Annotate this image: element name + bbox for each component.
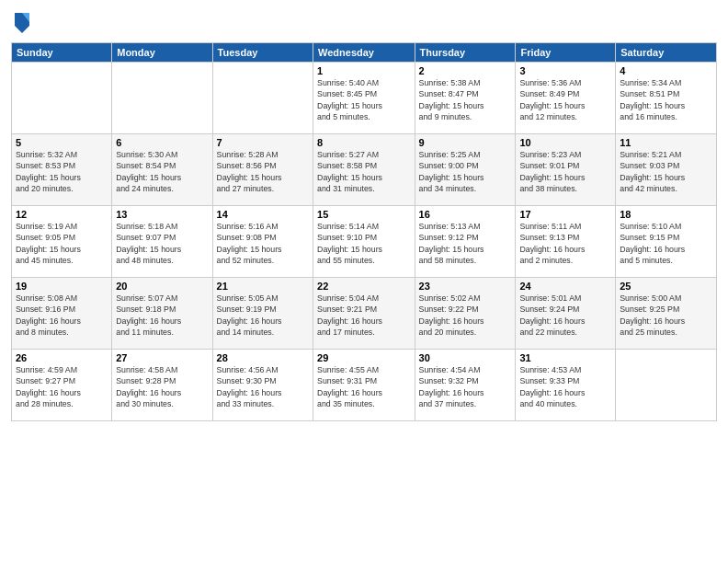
day-info: Sunrise: 4:56 AM Sunset: 9:30 PM Dayligh… [217,364,309,409]
day-info: Sunrise: 5:23 AM Sunset: 9:01 PM Dayligh… [519,149,611,194]
day-info: Sunrise: 4:59 AM Sunset: 9:27 PM Dayligh… [16,364,108,409]
day-info: Sunrise: 5:34 AM Sunset: 8:51 PM Dayligh… [620,77,712,122]
calendar-cell: 19Sunrise: 5:08 AM Sunset: 9:16 PM Dayli… [12,278,112,350]
calendar-cell: 31Sunrise: 4:53 AM Sunset: 9:33 PM Dayli… [516,350,616,421]
day-info: Sunrise: 5:19 AM Sunset: 9:05 PM Dayligh… [16,221,108,266]
calendar-cell: 27Sunrise: 4:58 AM Sunset: 9:28 PM Dayli… [112,350,212,421]
page-container: SundayMondayTuesdayWednesdayThursdayFrid… [0,0,728,563]
day-info: Sunrise: 4:53 AM Sunset: 9:33 PM Dayligh… [519,364,611,409]
day-number: 9 [419,137,512,148]
calendar-cell: 25Sunrise: 5:00 AM Sunset: 9:25 PM Dayli… [616,278,717,350]
weekday-header-wednesday: Wednesday [313,43,415,63]
day-info: Sunrise: 5:25 AM Sunset: 9:00 PM Dayligh… [419,149,512,194]
weekday-header-tuesday: Tuesday [212,43,313,63]
calendar-cell: 30Sunrise: 4:54 AM Sunset: 9:32 PM Dayli… [415,350,516,421]
calendar-cell: 28Sunrise: 4:56 AM Sunset: 9:30 PM Dayli… [212,350,313,421]
calendar-cell: 16Sunrise: 5:13 AM Sunset: 9:12 PM Dayli… [415,206,516,278]
day-number: 18 [620,209,712,220]
day-number: 12 [16,209,108,220]
weekday-header-saturday: Saturday [616,43,717,63]
calendar-week-row: 26Sunrise: 4:59 AM Sunset: 9:27 PM Dayli… [12,350,717,421]
calendar-cell: 12Sunrise: 5:19 AM Sunset: 9:05 PM Dayli… [12,206,112,278]
day-number: 26 [16,352,108,363]
calendar-cell: 18Sunrise: 5:10 AM Sunset: 9:15 PM Dayli… [616,206,717,278]
day-info: Sunrise: 5:27 AM Sunset: 8:58 PM Dayligh… [317,149,411,194]
weekday-header-sunday: Sunday [12,43,112,63]
day-info: Sunrise: 5:00 AM Sunset: 9:25 PM Dayligh… [620,293,712,338]
day-info: Sunrise: 5:02 AM Sunset: 9:22 PM Dayligh… [419,293,512,338]
day-number: 6 [116,137,208,148]
day-number: 28 [217,352,309,363]
weekday-header-friday: Friday [516,43,616,63]
day-info: Sunrise: 5:14 AM Sunset: 9:10 PM Dayligh… [317,221,411,266]
day-number: 17 [519,209,611,220]
day-info: Sunrise: 4:55 AM Sunset: 9:31 PM Dayligh… [317,364,411,409]
calendar-week-row: 12Sunrise: 5:19 AM Sunset: 9:05 PM Dayli… [12,206,717,278]
day-number: 10 [519,137,611,148]
day-info: Sunrise: 5:04 AM Sunset: 9:21 PM Dayligh… [317,293,411,338]
day-info: Sunrise: 5:18 AM Sunset: 9:07 PM Dayligh… [116,221,208,266]
day-number: 4 [620,65,712,76]
day-info: Sunrise: 5:38 AM Sunset: 8:47 PM Dayligh… [419,77,512,122]
day-number: 15 [317,209,411,220]
calendar-week-row: 5Sunrise: 5:32 AM Sunset: 8:53 PM Daylig… [12,134,717,206]
calendar-cell: 23Sunrise: 5:02 AM Sunset: 9:22 PM Dayli… [415,278,516,350]
calendar-cell: 22Sunrise: 5:04 AM Sunset: 9:21 PM Dayli… [313,278,415,350]
day-info: Sunrise: 4:58 AM Sunset: 9:28 PM Dayligh… [116,364,208,409]
weekday-header-thursday: Thursday [415,43,516,63]
day-number: 19 [16,281,108,292]
calendar-cell: 2Sunrise: 5:38 AM Sunset: 8:47 PM Daylig… [415,63,516,134]
day-number: 23 [419,281,512,292]
calendar-cell: 14Sunrise: 5:16 AM Sunset: 9:08 PM Dayli… [212,206,313,278]
day-info: Sunrise: 5:10 AM Sunset: 9:15 PM Dayligh… [620,221,712,266]
calendar-cell [212,63,313,134]
day-info: Sunrise: 5:32 AM Sunset: 8:53 PM Dayligh… [16,149,108,194]
calendar-cell: 17Sunrise: 5:11 AM Sunset: 9:13 PM Dayli… [516,206,616,278]
day-number: 20 [116,281,208,292]
header [11,9,717,35]
calendar-cell: 21Sunrise: 5:05 AM Sunset: 9:19 PM Dayli… [212,278,313,350]
calendar-cell: 11Sunrise: 5:21 AM Sunset: 9:03 PM Dayli… [616,134,717,206]
day-info: Sunrise: 4:54 AM Sunset: 9:32 PM Dayligh… [419,364,512,409]
calendar-cell: 1Sunrise: 5:40 AM Sunset: 8:45 PM Daylig… [313,63,415,134]
day-number: 3 [519,65,611,76]
calendar-cell: 20Sunrise: 5:07 AM Sunset: 9:18 PM Dayli… [112,278,212,350]
day-number: 21 [217,281,309,292]
day-number: 11 [620,137,712,148]
day-info: Sunrise: 5:21 AM Sunset: 9:03 PM Dayligh… [620,149,712,194]
day-number: 30 [419,352,512,363]
day-info: Sunrise: 5:11 AM Sunset: 9:13 PM Dayligh… [519,221,611,266]
calendar-cell: 4Sunrise: 5:34 AM Sunset: 8:51 PM Daylig… [616,63,717,134]
day-info: Sunrise: 5:07 AM Sunset: 9:18 PM Dayligh… [116,293,208,338]
day-info: Sunrise: 5:01 AM Sunset: 9:24 PM Dayligh… [519,293,611,338]
day-number: 7 [217,137,309,148]
day-info: Sunrise: 5:36 AM Sunset: 8:49 PM Dayligh… [519,77,611,122]
calendar-cell: 26Sunrise: 4:59 AM Sunset: 9:27 PM Dayli… [12,350,112,421]
day-info: Sunrise: 5:08 AM Sunset: 9:16 PM Dayligh… [16,293,108,338]
day-number: 2 [419,65,512,76]
calendar-cell: 6Sunrise: 5:30 AM Sunset: 8:54 PM Daylig… [112,134,212,206]
day-info: Sunrise: 5:40 AM Sunset: 8:45 PM Dayligh… [317,77,411,122]
day-number: 14 [217,209,309,220]
calendar-cell: 13Sunrise: 5:18 AM Sunset: 9:07 PM Dayli… [112,206,212,278]
weekday-header-monday: Monday [112,43,212,63]
calendar-cell: 5Sunrise: 5:32 AM Sunset: 8:53 PM Daylig… [12,134,112,206]
day-number: 22 [317,281,411,292]
day-number: 1 [317,65,411,76]
day-info: Sunrise: 5:16 AM Sunset: 9:08 PM Dayligh… [217,221,309,266]
day-info: Sunrise: 5:13 AM Sunset: 9:12 PM Dayligh… [419,221,512,266]
day-number: 8 [317,137,411,148]
logo [11,9,35,35]
calendar-cell: 29Sunrise: 4:55 AM Sunset: 9:31 PM Dayli… [313,350,415,421]
logo-icon [11,9,33,35]
day-number: 16 [419,209,512,220]
day-number: 24 [519,281,611,292]
calendar-cell [112,63,212,134]
day-number: 27 [116,352,208,363]
calendar-cell: 8Sunrise: 5:27 AM Sunset: 8:58 PM Daylig… [313,134,415,206]
calendar-cell [616,350,717,421]
calendar-cell: 7Sunrise: 5:28 AM Sunset: 8:56 PM Daylig… [212,134,313,206]
calendar-cell: 10Sunrise: 5:23 AM Sunset: 9:01 PM Dayli… [516,134,616,206]
calendar-cell [12,63,112,134]
day-info: Sunrise: 5:28 AM Sunset: 8:56 PM Dayligh… [217,149,309,194]
